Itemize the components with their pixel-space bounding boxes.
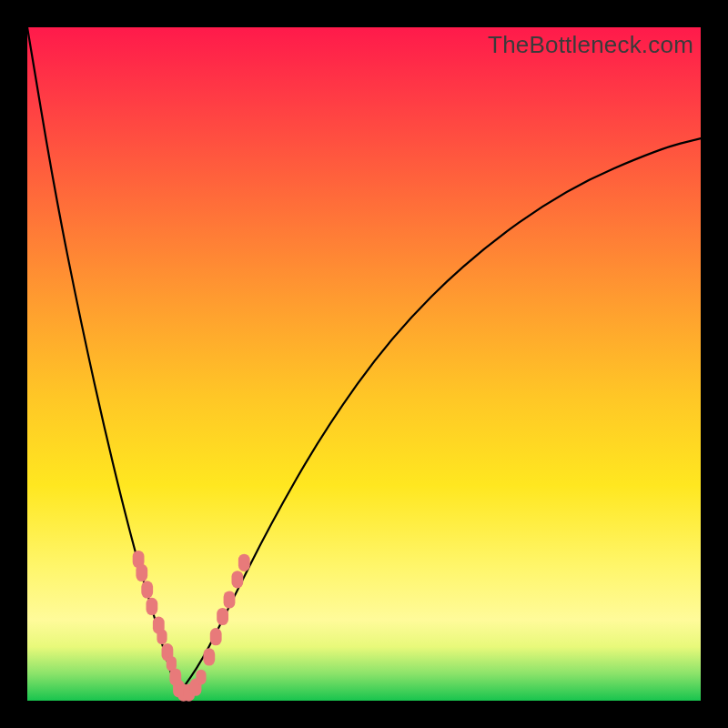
bead-marker	[141, 581, 153, 598]
curve-right-branch	[179, 138, 702, 694]
plot-area: TheBottleneck.com	[27, 27, 701, 701]
bead-marker	[210, 628, 222, 645]
bead-marker	[238, 554, 250, 571]
chart-frame: TheBottleneck.com	[0, 0, 728, 728]
bead-marker	[231, 571, 243, 588]
bead-marker	[224, 591, 236, 608]
marker-beads	[133, 551, 250, 702]
curve-left-branch	[27, 27, 179, 694]
bead-marker	[147, 598, 158, 615]
curve-svg	[27, 27, 701, 701]
bead-marker	[196, 670, 206, 685]
bead-marker	[203, 648, 215, 665]
bead-marker	[157, 629, 167, 644]
bead-marker	[217, 608, 228, 625]
bead-marker	[136, 564, 147, 581]
